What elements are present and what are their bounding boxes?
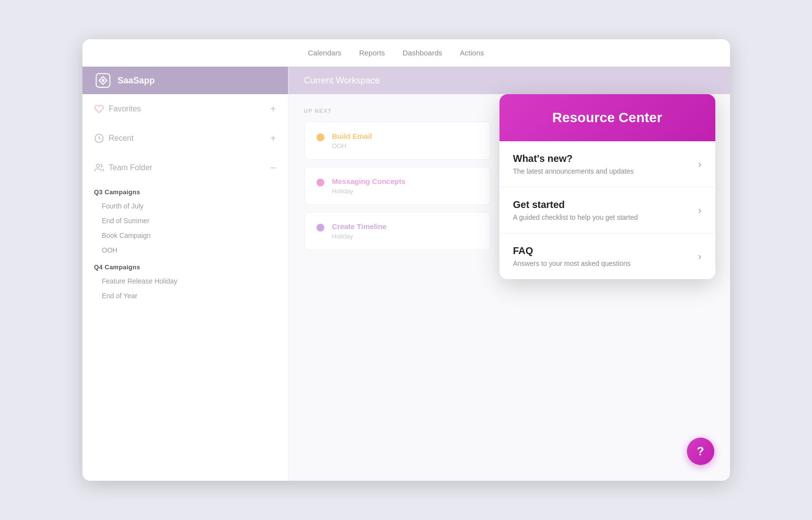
help-button[interactable]: ? xyxy=(687,438,714,465)
rc-item-get-started-desc: A guided checklist to help you get start… xyxy=(513,213,638,221)
nav-calendars[interactable]: Calendars xyxy=(308,47,341,59)
task-card-build-email[interactable]: Build Email OOH xyxy=(304,122,491,160)
q4-campaigns-label: Q4 Campaigns xyxy=(82,258,288,274)
recent-header: Recent + xyxy=(94,133,276,143)
task-info-messaging: Messaging Concepts Holiday xyxy=(332,177,406,195)
task-sub-timeline: Holiday xyxy=(332,233,387,240)
rc-item-get-started-content: Get started A guided checklist to help y… xyxy=(513,199,638,221)
task-sub-build-email: OOH xyxy=(332,142,372,150)
rc-item-faq[interactable]: FAQ Answers to your most asked questions… xyxy=(499,234,715,279)
sidebar: SaaSapp Favorites + xyxy=(82,67,288,481)
task-card-create-timeline[interactable]: Create Timeline Holiday xyxy=(304,212,491,250)
team-folder-collapse-button[interactable]: − xyxy=(270,163,276,173)
task-dot-pink xyxy=(316,179,324,186)
rc-chevron-get-started-icon: › xyxy=(698,205,702,216)
task-dot-purple xyxy=(316,224,324,232)
favorites-section: Favorites + xyxy=(82,94,288,124)
svg-point-1 xyxy=(102,79,105,82)
clock-icon xyxy=(94,133,104,143)
task-info-build-email: Build Email OOH xyxy=(332,132,372,150)
rc-item-whats-new-content: What's new? The latest announcements and… xyxy=(513,153,634,175)
team-folder-label: Team Folder xyxy=(109,163,153,172)
task-info-timeline: Create Timeline Holiday xyxy=(332,222,387,240)
rc-item-faq-title: FAQ xyxy=(513,245,631,257)
tasks-column: Build Email OOH Messaging Concepts Holid… xyxy=(304,122,491,257)
recent-add-button[interactable]: + xyxy=(270,133,276,143)
favorites-add-button[interactable]: + xyxy=(270,104,276,114)
resource-center-items: What's new? The latest announcements and… xyxy=(499,141,715,279)
recent-title: Recent xyxy=(94,133,134,143)
sidebar-item-fourth-of-july[interactable]: Fourth of July xyxy=(82,199,288,213)
rc-item-faq-content: FAQ Answers to your most asked questions xyxy=(513,245,631,267)
task-name-build-email: Build Email xyxy=(332,132,372,140)
team-folder-header: Team Folder − xyxy=(94,163,276,173)
recent-label: Recent xyxy=(109,134,134,143)
resource-center-header: Resource Center xyxy=(499,94,715,141)
nav-dashboards[interactable]: Dashboards xyxy=(402,47,442,59)
q3-campaigns-label: Q3 Campaigns xyxy=(82,182,288,199)
task-sub-messaging: Holiday xyxy=(332,187,406,195)
content-header: Current Workspace xyxy=(288,67,730,94)
favorites-header: Favorites + xyxy=(94,104,276,114)
app-logo-icon xyxy=(94,72,112,89)
sidebar-item-feature-release[interactable]: Feature Release Holiday xyxy=(82,274,288,288)
sidebar-header: SaaSapp xyxy=(82,67,288,94)
sidebar-item-book-campaign[interactable]: Book Campaign xyxy=(82,228,288,243)
task-name-messaging: Messaging Concepts xyxy=(332,177,406,185)
resource-center-title: Resource Center xyxy=(511,110,704,126)
nav-reports[interactable]: Reports xyxy=(359,47,385,59)
task-card-messaging-concepts[interactable]: Messaging Concepts Holiday xyxy=(304,167,491,205)
task-dot-orange xyxy=(316,133,324,141)
sidebar-item-end-of-summer[interactable]: End of Summer xyxy=(82,213,288,228)
rc-item-whats-new-title: What's new? xyxy=(513,153,634,164)
favorites-label: Favorites xyxy=(109,104,141,113)
rc-chevron-faq-icon: › xyxy=(698,251,702,262)
rc-item-whats-new-desc: The latest announcements and updates xyxy=(513,167,634,175)
sidebar-brand: SaaSapp xyxy=(118,76,155,86)
rc-item-whats-new[interactable]: What's new? The latest announcements and… xyxy=(499,141,715,187)
svg-point-3 xyxy=(96,164,100,168)
sidebar-item-ooh[interactable]: OOH xyxy=(82,243,288,258)
content-header-title: Current Workspace xyxy=(304,76,380,86)
nav-actions[interactable]: Actions xyxy=(460,47,484,59)
team-folder-title: Team Folder xyxy=(94,163,153,173)
rc-item-get-started[interactable]: Get started A guided checklist to help y… xyxy=(499,187,715,234)
rc-chevron-whats-new-icon: › xyxy=(698,158,702,170)
task-name-timeline: Create Timeline xyxy=(332,222,387,231)
sidebar-item-end-of-year[interactable]: End of Year xyxy=(82,288,288,303)
rc-item-faq-desc: Answers to your most asked questions xyxy=(513,260,631,267)
main-layout: SaaSapp Favorites + xyxy=(82,67,730,481)
recent-section: Recent + xyxy=(82,124,288,153)
team-icon xyxy=(94,163,104,173)
app-window: Calendars Reports Dashboards Actions Saa… xyxy=(82,39,730,481)
resource-center-panel: Resource Center What's new? The latest a… xyxy=(499,94,715,279)
rc-item-get-started-title: Get started xyxy=(513,199,638,210)
top-nav: Calendars Reports Dashboards Actions xyxy=(82,39,730,67)
heart-icon xyxy=(94,104,104,114)
favorites-title: Favorites xyxy=(94,104,141,114)
content-area: Current Workspace UP NEXT Build Email OO… xyxy=(288,67,730,481)
team-folder-section: Team Folder − xyxy=(82,153,288,182)
